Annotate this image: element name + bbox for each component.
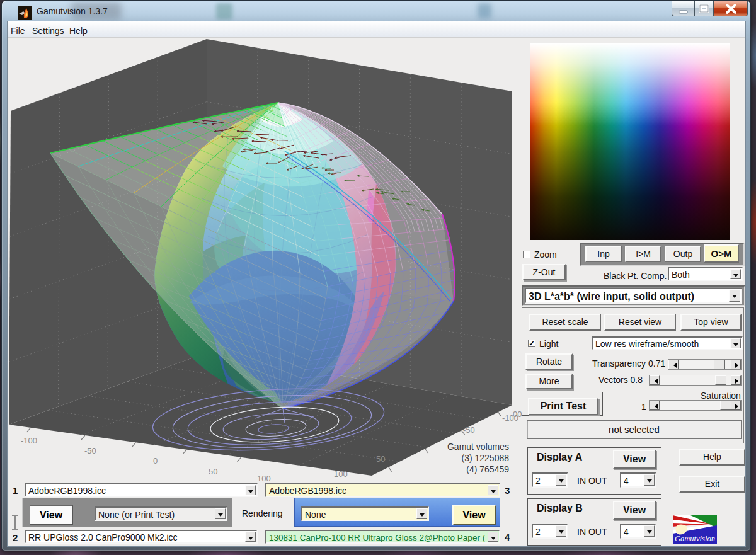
svg-text:Gamut volumes: Gamut volumes: [447, 442, 509, 452]
svg-text:100: 100: [334, 469, 348, 479]
svg-text:00: 00: [513, 409, 522, 419]
svg-text:50: 50: [209, 467, 217, 476]
svg-text:(4) 765459: (4) 765459: [466, 464, 509, 474]
svg-text:0: 0: [153, 456, 158, 466]
svg-text:(3) 1225088: (3) 1225088: [461, 453, 509, 463]
svg-text:-100: -100: [21, 436, 37, 445]
svg-text:-50: -50: [463, 425, 475, 435]
svg-text:-50: -50: [84, 446, 96, 455]
svg-text:100: 100: [257, 474, 271, 483]
svg-text:50: 50: [376, 454, 385, 464]
